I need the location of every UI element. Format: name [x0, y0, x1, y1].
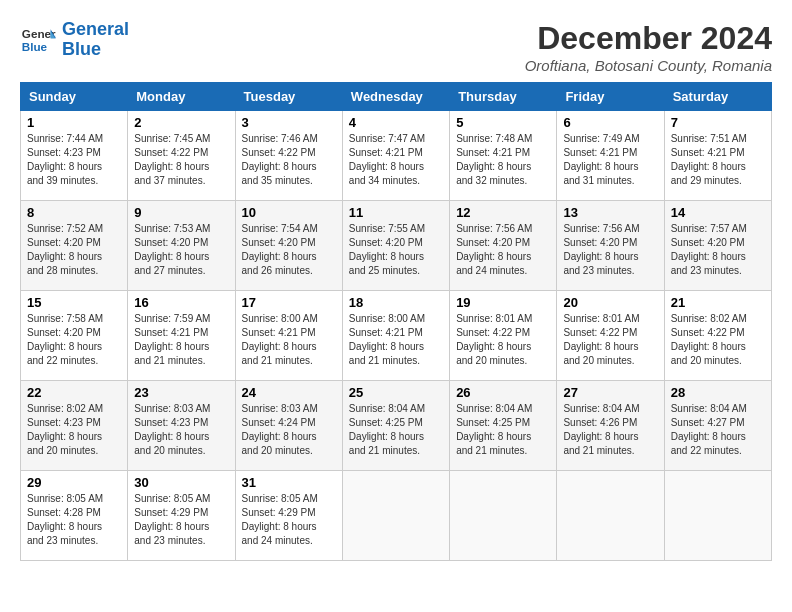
day-number: 29	[27, 475, 121, 490]
day-detail: Sunrise: 8:05 AMSunset: 4:28 PMDaylight:…	[27, 492, 121, 548]
day-detail: Sunrise: 8:00 AMSunset: 4:21 PMDaylight:…	[349, 312, 443, 368]
day-number: 1	[27, 115, 121, 130]
day-number: 7	[671, 115, 765, 130]
calendar-cell: 23Sunrise: 8:03 AMSunset: 4:23 PMDayligh…	[128, 381, 235, 471]
calendar-table: SundayMondayTuesdayWednesdayThursdayFrid…	[20, 82, 772, 561]
day-number: 25	[349, 385, 443, 400]
day-number: 11	[349, 205, 443, 220]
calendar-week-5: 29Sunrise: 8:05 AMSunset: 4:28 PMDayligh…	[21, 471, 772, 561]
day-detail: Sunrise: 8:02 AMSunset: 4:23 PMDaylight:…	[27, 402, 121, 458]
day-number: 5	[456, 115, 550, 130]
day-number: 17	[242, 295, 336, 310]
day-detail: Sunrise: 8:04 AMSunset: 4:25 PMDaylight:…	[456, 402, 550, 458]
calendar-cell: 7Sunrise: 7:51 AMSunset: 4:21 PMDaylight…	[664, 111, 771, 201]
day-detail: Sunrise: 7:58 AMSunset: 4:20 PMDaylight:…	[27, 312, 121, 368]
calendar-cell: 5Sunrise: 7:48 AMSunset: 4:21 PMDaylight…	[450, 111, 557, 201]
day-number: 13	[563, 205, 657, 220]
day-number: 14	[671, 205, 765, 220]
day-number: 4	[349, 115, 443, 130]
day-detail: Sunrise: 7:56 AMSunset: 4:20 PMDaylight:…	[563, 222, 657, 278]
calendar-cell: 6Sunrise: 7:49 AMSunset: 4:21 PMDaylight…	[557, 111, 664, 201]
calendar-cell: 26Sunrise: 8:04 AMSunset: 4:25 PMDayligh…	[450, 381, 557, 471]
calendar-cell: 24Sunrise: 8:03 AMSunset: 4:24 PMDayligh…	[235, 381, 342, 471]
calendar-cell: 8Sunrise: 7:52 AMSunset: 4:20 PMDaylight…	[21, 201, 128, 291]
day-detail: Sunrise: 7:56 AMSunset: 4:20 PMDaylight:…	[456, 222, 550, 278]
day-number: 24	[242, 385, 336, 400]
day-number: 2	[134, 115, 228, 130]
day-detail: Sunrise: 8:04 AMSunset: 4:26 PMDaylight:…	[563, 402, 657, 458]
calendar-cell: 11Sunrise: 7:55 AMSunset: 4:20 PMDayligh…	[342, 201, 449, 291]
day-detail: Sunrise: 7:57 AMSunset: 4:20 PMDaylight:…	[671, 222, 765, 278]
calendar-cell: 1Sunrise: 7:44 AMSunset: 4:23 PMDaylight…	[21, 111, 128, 201]
day-detail: Sunrise: 7:44 AMSunset: 4:23 PMDaylight:…	[27, 132, 121, 188]
day-number: 23	[134, 385, 228, 400]
weekday-header-friday: Friday	[557, 83, 664, 111]
logo: General Blue General Blue	[20, 20, 129, 60]
calendar-cell: 15Sunrise: 7:58 AMSunset: 4:20 PMDayligh…	[21, 291, 128, 381]
calendar-cell: 22Sunrise: 8:02 AMSunset: 4:23 PMDayligh…	[21, 381, 128, 471]
weekday-header-tuesday: Tuesday	[235, 83, 342, 111]
calendar-cell: 25Sunrise: 8:04 AMSunset: 4:25 PMDayligh…	[342, 381, 449, 471]
calendar-cell	[664, 471, 771, 561]
calendar-cell: 20Sunrise: 8:01 AMSunset: 4:22 PMDayligh…	[557, 291, 664, 381]
calendar-cell	[450, 471, 557, 561]
day-detail: Sunrise: 8:04 AMSunset: 4:25 PMDaylight:…	[349, 402, 443, 458]
calendar-cell: 27Sunrise: 8:04 AMSunset: 4:26 PMDayligh…	[557, 381, 664, 471]
day-number: 28	[671, 385, 765, 400]
calendar-cell: 13Sunrise: 7:56 AMSunset: 4:20 PMDayligh…	[557, 201, 664, 291]
day-detail: Sunrise: 8:00 AMSunset: 4:21 PMDaylight:…	[242, 312, 336, 368]
day-detail: Sunrise: 8:05 AMSunset: 4:29 PMDaylight:…	[242, 492, 336, 548]
weekday-header-sunday: Sunday	[21, 83, 128, 111]
calendar-cell: 18Sunrise: 8:00 AMSunset: 4:21 PMDayligh…	[342, 291, 449, 381]
day-number: 16	[134, 295, 228, 310]
calendar-cell: 12Sunrise: 7:56 AMSunset: 4:20 PMDayligh…	[450, 201, 557, 291]
day-detail: Sunrise: 7:46 AMSunset: 4:22 PMDaylight:…	[242, 132, 336, 188]
calendar-cell: 16Sunrise: 7:59 AMSunset: 4:21 PMDayligh…	[128, 291, 235, 381]
calendar-cell: 9Sunrise: 7:53 AMSunset: 4:20 PMDaylight…	[128, 201, 235, 291]
page-subtitle: Oroftiana, Botosani County, Romania	[525, 57, 772, 74]
day-detail: Sunrise: 7:47 AMSunset: 4:21 PMDaylight:…	[349, 132, 443, 188]
logo-blue: Blue	[62, 39, 101, 59]
calendar-cell	[342, 471, 449, 561]
calendar-week-2: 8Sunrise: 7:52 AMSunset: 4:20 PMDaylight…	[21, 201, 772, 291]
weekday-header-saturday: Saturday	[664, 83, 771, 111]
day-number: 10	[242, 205, 336, 220]
calendar-cell: 29Sunrise: 8:05 AMSunset: 4:28 PMDayligh…	[21, 471, 128, 561]
calendar-cell: 19Sunrise: 8:01 AMSunset: 4:22 PMDayligh…	[450, 291, 557, 381]
weekday-header-thursday: Thursday	[450, 83, 557, 111]
day-detail: Sunrise: 8:03 AMSunset: 4:23 PMDaylight:…	[134, 402, 228, 458]
day-detail: Sunrise: 7:45 AMSunset: 4:22 PMDaylight:…	[134, 132, 228, 188]
day-number: 31	[242, 475, 336, 490]
day-number: 30	[134, 475, 228, 490]
day-number: 8	[27, 205, 121, 220]
day-detail: Sunrise: 7:48 AMSunset: 4:21 PMDaylight:…	[456, 132, 550, 188]
day-number: 27	[563, 385, 657, 400]
day-number: 26	[456, 385, 550, 400]
day-number: 6	[563, 115, 657, 130]
page-title: December 2024	[525, 20, 772, 57]
calendar-week-4: 22Sunrise: 8:02 AMSunset: 4:23 PMDayligh…	[21, 381, 772, 471]
title-section: December 2024 Oroftiana, Botosani County…	[525, 20, 772, 74]
weekday-header-monday: Monday	[128, 83, 235, 111]
calendar-week-3: 15Sunrise: 7:58 AMSunset: 4:20 PMDayligh…	[21, 291, 772, 381]
calendar-cell: 28Sunrise: 8:04 AMSunset: 4:27 PMDayligh…	[664, 381, 771, 471]
day-detail: Sunrise: 7:54 AMSunset: 4:20 PMDaylight:…	[242, 222, 336, 278]
calendar-cell: 10Sunrise: 7:54 AMSunset: 4:20 PMDayligh…	[235, 201, 342, 291]
day-detail: Sunrise: 8:01 AMSunset: 4:22 PMDaylight:…	[456, 312, 550, 368]
day-number: 15	[27, 295, 121, 310]
day-number: 20	[563, 295, 657, 310]
day-detail: Sunrise: 8:05 AMSunset: 4:29 PMDaylight:…	[134, 492, 228, 548]
svg-text:Blue: Blue	[22, 40, 48, 53]
calendar-cell: 21Sunrise: 8:02 AMSunset: 4:22 PMDayligh…	[664, 291, 771, 381]
day-detail: Sunrise: 8:01 AMSunset: 4:22 PMDaylight:…	[563, 312, 657, 368]
day-number: 21	[671, 295, 765, 310]
weekday-header-wednesday: Wednesday	[342, 83, 449, 111]
calendar-cell	[557, 471, 664, 561]
calendar-cell: 17Sunrise: 8:00 AMSunset: 4:21 PMDayligh…	[235, 291, 342, 381]
calendar-cell: 3Sunrise: 7:46 AMSunset: 4:22 PMDaylight…	[235, 111, 342, 201]
day-detail: Sunrise: 7:49 AMSunset: 4:21 PMDaylight:…	[563, 132, 657, 188]
calendar-cell: 30Sunrise: 8:05 AMSunset: 4:29 PMDayligh…	[128, 471, 235, 561]
day-detail: Sunrise: 7:53 AMSunset: 4:20 PMDaylight:…	[134, 222, 228, 278]
calendar-cell: 31Sunrise: 8:05 AMSunset: 4:29 PMDayligh…	[235, 471, 342, 561]
logo-general: General	[62, 19, 129, 39]
